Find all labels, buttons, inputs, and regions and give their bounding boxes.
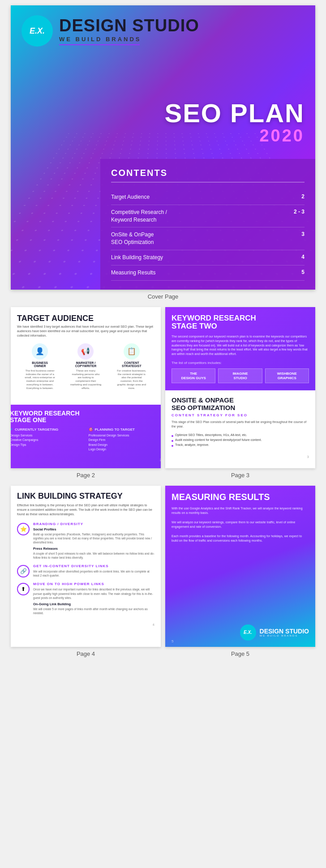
- pages-grid-row2: LINK BUILDING STRATEGY Effective link bu…: [11, 486, 315, 661]
- page2-icon-label-2: MARKETER /COPYWRITER: [75, 361, 96, 368]
- page3-top: KEYWORD RESEARCHSTAGE TWO The second com…: [165, 307, 315, 391]
- page2-kw-section: KEYWORD RESEARCHSTAGE ONE ✓ CURRENTLY TA…: [11, 405, 161, 468]
- page4-item-social-label: Social Profiles: [33, 527, 154, 531]
- contents-item-4-num: 4: [301, 254, 305, 260]
- page2-icon-desc-1: The first business owner indicates the o…: [24, 369, 56, 390]
- business-icon: 👤: [35, 347, 44, 355]
- page4-content: LINK BUILDING STRATEGY Effective link bu…: [11, 486, 161, 647]
- page2-kw-title: KEYWORD RESEARCHSTAGE ONE: [11, 410, 161, 424]
- contents-box: CONTENTS Target Audience 2 Competitive R…: [100, 159, 315, 290]
- page3-comp-label: The list of competitors includes:: [172, 361, 309, 365]
- page2-thumb: TARGET AUDIENCE We have identified 3 key…: [11, 307, 161, 468]
- page4-section-3-title: MOVE ON TO HIGH POWER LINKS: [33, 582, 154, 586]
- page2-icon-circle-3: 📋: [124, 343, 140, 359]
- page3-kw-desc: The second component of our keyword rese…: [172, 334, 309, 356]
- page2-kw-item-1: Design Services: [11, 433, 83, 438]
- page2-desc: We have identified 3 key target audience…: [17, 325, 154, 338]
- page4-item-press-desc: A couple of short 5 post releases to eac…: [33, 552, 154, 560]
- page4-section-1-title: BRANDING / DIVERSITY: [33, 522, 154, 526]
- page2-title: TARGET AUDIENCE: [17, 314, 154, 323]
- link-icon: 🔗: [20, 568, 27, 574]
- contents-item-3-text: OnSite & OnPageSEO Optimization: [111, 231, 296, 246]
- page5-wrapper: MEASURING RESULTS With the use Google An…: [165, 486, 315, 661]
- page3-comp-2: IMAGINESTUDIO: [218, 368, 262, 383]
- page5-logo-text-block: DESIGN STUDIO WE BUILD BRANDS: [260, 628, 309, 637]
- page2-icon-label-1: BUSINESSOWNER: [32, 361, 48, 368]
- cover-brand-text: DESIGN STUDIO WE BUILD BRANDS: [59, 17, 199, 45]
- page2-icon-circle-1: 👤: [32, 343, 48, 359]
- page3-comp-3: WISHBONEGRAPHICS: [265, 368, 309, 383]
- page2-kw-col2-label: 🎯 PLANNING TO TARGET: [89, 428, 161, 432]
- page2-wrapper: TARGET AUDIENCE We have identified 3 key…: [11, 307, 161, 482]
- tagline-line: [59, 44, 140, 45]
- page4-thumb: LINK BUILDING STRATEGY Effective link bu…: [11, 486, 161, 647]
- page2-icons-row: 👤 BUSINESSOWNER The first business owner…: [17, 343, 154, 390]
- cover-title-area: SEO PLAN 2020: [11, 47, 315, 154]
- page2-kw-item-3: Design Tips: [11, 443, 83, 448]
- page5-desc1: With the use Google Analytics and the Sh…: [172, 506, 309, 516]
- cover-year: 2020: [21, 126, 305, 145]
- page2-icon-1: 👤 BUSINESSOWNER The first business owner…: [24, 343, 56, 390]
- contents-item-2-text: Competitive Research /Keyword Research: [111, 209, 288, 224]
- page2-kw-item-7: Logo Design: [89, 447, 161, 452]
- page3-list-3: Track, analyze, improve.: [172, 442, 309, 447]
- page5-logo-text: E.X.: [244, 630, 252, 635]
- contents-item-1: Target Audience 2: [111, 190, 305, 205]
- page3-wrapper: KEYWORD RESEARCHSTAGE TWO The second com…: [165, 307, 315, 482]
- page2-kw-col1: ✓ CURRENTLY TARGETING Design Services Cr…: [11, 428, 83, 452]
- cover-header: E.X. DESIGN STUDIO WE BUILD BRANDS: [11, 5, 315, 47]
- page3-onsite-desc: This stage of the SEO Plan consists of s…: [172, 420, 309, 429]
- page3-list-1: Optimize SEO Titles, descriptions, H1s, …: [172, 432, 309, 437]
- contents-item-4: Link Building Strategy 4: [111, 250, 305, 265]
- page4-section-2-content: GET IN-CONTENT DIVERSITY LINKS We will i…: [33, 564, 154, 577]
- page4-section-icon-2: 🔗: [17, 565, 30, 577]
- contents-item-2: Competitive Research /Keyword Research 2…: [111, 205, 305, 228]
- check-icon-1: ✓: [11, 428, 13, 432]
- content-icon: 📋: [127, 347, 136, 355]
- contents-item-5-num: 5: [301, 269, 305, 275]
- contents-item-3-num: 3: [301, 231, 305, 237]
- seo-plan-title: SEO PLAN: [21, 100, 305, 126]
- page4-section-icon-3: ⬆: [17, 583, 30, 595]
- page5-bottom-logo: E.X. DESIGN STUDIO WE BUILD BRANDS: [240, 624, 309, 641]
- page3-num: 3: [307, 455, 309, 459]
- page5-logo-tag: WE BUILD BRANDS: [260, 634, 309, 637]
- page4-item-highpower-desc: Once we have met our important numbers f…: [33, 587, 154, 599]
- page4-section-2: 🔗 GET IN-CONTENT DIVERSITY LINKS We will…: [17, 564, 154, 577]
- page3-comp-boxes: THEDESIGN GUYS IMAGINESTUDIO WISHBONEGRA…: [172, 368, 309, 383]
- page2-kw-item-4: Professional Design Services: [89, 433, 161, 438]
- brand-name: DESIGN STUDIO: [59, 17, 199, 34]
- page5-desc3: Each month provides a baseline for the f…: [172, 534, 309, 543]
- page3-label: Page 3: [165, 470, 315, 482]
- page4-section-2-title: GET IN-CONTENT DIVERSITY LINKS: [33, 564, 154, 568]
- page5-desc2: We will analyze our keyword rankings, co…: [172, 520, 309, 530]
- logo-text: E.X.: [30, 26, 45, 36]
- page4-section-3-content: MOVE ON TO HIGH POWER LINKS Once we have…: [33, 582, 154, 615]
- page3-kw-title: KEYWORD RESEARCHSTAGE TWO: [172, 314, 309, 331]
- page3-content-label: CONTENT STRATEGY FOR SEO: [172, 413, 309, 417]
- page4-num: 4: [153, 623, 154, 627]
- page5-title: MEASURING RESULTS: [172, 492, 309, 502]
- page2-kw-col1-label: ✓ CURRENTLY TARGETING: [11, 428, 83, 432]
- page3-bottom: ONSITE & ONPAGESEO OPTIMIZATION CONTENT …: [165, 390, 315, 466]
- page3-comp-3-name: WISHBONEGRAPHICS: [267, 372, 307, 380]
- page4-item-social-desc: Build up social properties (Facebook, Tw…: [33, 532, 154, 544]
- page3-onsite-title: ONSITE & ONPAGESEO OPTIMIZATION: [172, 397, 309, 411]
- main-container: E.X. DESIGN STUDIO WE BUILD BRANDS SEO P…: [0, 0, 326, 666]
- page4-desc: Effective link building is the primary f…: [17, 503, 154, 516]
- page3-list-2: Audit existing content for keyword densi…: [172, 437, 309, 442]
- page2-label: Page 2: [11, 470, 161, 482]
- contents-item-5: Measuring Results 5: [111, 265, 305, 281]
- page4-item-ongoing-label: On-Going Link Building: [33, 602, 154, 606]
- contents-item-4-text: Link Building Strategy: [111, 254, 296, 261]
- page2-kw-col2: 🎯 PLANNING TO TARGET Professional Design…: [89, 428, 161, 452]
- page4-wrapper: LINK BUILDING STRATEGY Effective link bu…: [11, 486, 161, 661]
- page3-thumb: KEYWORD RESEARCHSTAGE TWO The second com…: [165, 307, 315, 468]
- page3-comp-1-name: THEDESIGN GUYS: [174, 372, 213, 380]
- page3-comp-2-name: IMAGINESTUDIO: [220, 372, 260, 380]
- contents-item-1-text: Target Audience: [111, 193, 296, 201]
- page2-icon-label-3: CONTENTSTRATEGIST: [122, 361, 142, 368]
- star-icon: ⭐: [20, 526, 27, 532]
- page2-icon-desc-3: For creative businesses, the content str…: [116, 369, 147, 390]
- page2-icon-desc-2: These are many marketing persons who are…: [70, 369, 101, 390]
